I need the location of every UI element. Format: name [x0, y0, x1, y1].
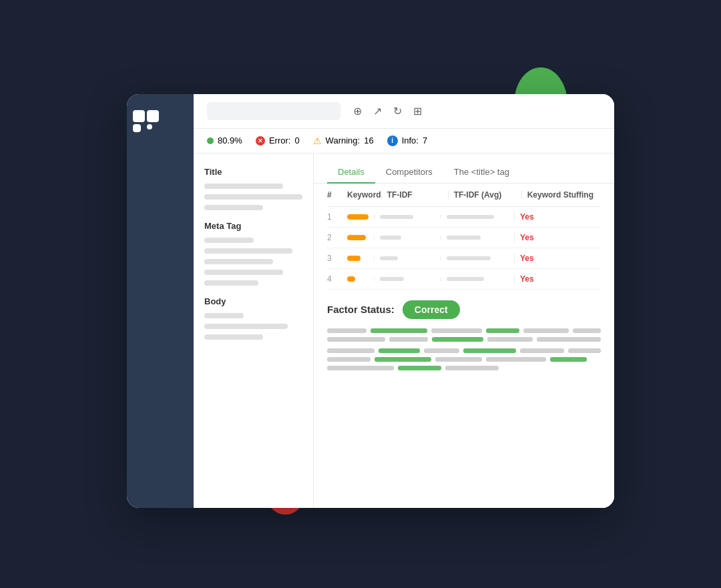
- score-dot: [207, 137, 214, 144]
- stuffing-badge-4: Yes: [520, 274, 534, 284]
- ft-gray-17: [445, 366, 499, 370]
- url-bar: /about ⊕ ↗ ↻ ⊞: [194, 94, 614, 129]
- keyword-bar-3: [347, 256, 360, 261]
- tfidf-bar-1: [380, 215, 413, 219]
- ft-gray-3: [523, 328, 569, 333]
- table-row: 4 Yes: [327, 269, 601, 290]
- body-skeleton-3: [204, 334, 263, 340]
- ft-gray-15: [486, 357, 546, 362]
- row-1-keyword: [347, 214, 374, 220]
- ft-green-6: [375, 357, 431, 362]
- score-status: 80.9%: [207, 135, 242, 145]
- warning-status: ⚠ Warning: 16: [313, 135, 374, 146]
- logo-icon: [133, 110, 188, 132]
- keyword-bar-2: [347, 235, 366, 240]
- ft-green-2: [486, 328, 520, 333]
- error-label: Error:: [269, 135, 291, 145]
- keyword-bar-4: [347, 276, 355, 282]
- row-3-num: 3: [327, 254, 347, 263]
- factor-text-block-2: [327, 348, 601, 370]
- url-actions: ⊕ ↗ ↻ ⊞: [351, 105, 423, 117]
- ft-gray-9: [327, 348, 375, 353]
- ft-green-8: [398, 366, 441, 370]
- factor-text-line: [327, 366, 601, 370]
- ft-green-3: [432, 337, 483, 342]
- logo-dot: [147, 124, 152, 129]
- url-input[interactable]: /about: [207, 102, 340, 120]
- warning-count: 16: [364, 135, 373, 145]
- title-skeleton-1: [204, 184, 283, 189]
- sidebar: [127, 94, 194, 508]
- stuffing-badge-1: Yes: [520, 212, 534, 222]
- factor-text-line: [327, 357, 601, 362]
- row-1-stuffing: Yes: [514, 212, 601, 222]
- tfidf-bar-4: [380, 277, 404, 281]
- factor-text-line: [327, 337, 601, 342]
- ft-green-7: [550, 357, 587, 362]
- row-4-stuffing: Yes: [514, 274, 601, 284]
- body-section-header: Body: [204, 296, 302, 306]
- ft-green-5: [463, 348, 517, 353]
- tabs-bar: Details Competitors The <title> tag: [314, 154, 614, 184]
- right-panel: Details Competitors The <title> tag # Ke…: [314, 154, 614, 508]
- meta-skeleton-5: [204, 280, 258, 286]
- col-keyword: Keyword: [347, 190, 381, 200]
- ft-gray-14: [435, 357, 482, 362]
- logo-square-1: [133, 110, 145, 122]
- row-1-num: 1: [327, 212, 347, 222]
- title-skeleton-3: [204, 205, 263, 210]
- refresh-icon[interactable]: ↻: [391, 105, 403, 117]
- factor-status-row: Factor Status: Correct: [327, 300, 601, 319]
- ft-green-4: [379, 348, 420, 353]
- tfidf-bar-2: [380, 236, 401, 240]
- data-table: # Keyword TF-IDF TF-IDF (Avg) Keyword St…: [314, 184, 614, 290]
- left-panel: Title Meta Tag Body: [194, 154, 314, 508]
- meta-skeleton-2: [204, 248, 292, 254]
- warning-label: Warning:: [326, 135, 360, 145]
- tab-competitors[interactable]: Competitors: [375, 162, 443, 184]
- ft-gray-7: [487, 337, 533, 342]
- logo-square-2: [147, 110, 159, 122]
- info-count: 7: [423, 135, 427, 145]
- row-3-stuffing: Yes: [514, 254, 601, 263]
- col-num: #: [327, 190, 347, 200]
- status-bar: 80.9% ✕ Error: 0 ⚠ Warning: 16 i Info: 7: [194, 129, 614, 154]
- tab-title-tag[interactable]: The <title> tag: [443, 162, 520, 184]
- tfidf-avg-bar-4: [447, 277, 484, 281]
- row-2-stuffing: Yes: [514, 233, 601, 242]
- ft-gray-8: [537, 337, 602, 342]
- correct-badge: Correct: [403, 300, 460, 319]
- title-section-header: Title: [204, 167, 302, 177]
- add-icon[interactable]: ⊕: [351, 105, 363, 117]
- ft-gray-2: [431, 328, 482, 333]
- row-3-tfidf: [374, 256, 441, 260]
- info-status: i Info: 7: [387, 135, 428, 146]
- meta-skeleton-1: [204, 238, 254, 243]
- ft-gray-11: [520, 348, 564, 353]
- ft-green-1: [371, 328, 427, 333]
- row-3-tfidf-avg: [441, 256, 514, 260]
- ft-gray-13: [327, 357, 371, 362]
- share-icon[interactable]: ↗: [371, 105, 383, 117]
- factor-text-line: [327, 328, 601, 333]
- tab-details[interactable]: Details: [327, 162, 375, 184]
- factor-section: Factor Status: Correct: [314, 290, 614, 388]
- tfidf-avg-bar-1: [447, 215, 494, 219]
- col-tfidf-avg: TF-IDF (Avg): [448, 190, 521, 200]
- ft-gray-10: [424, 348, 459, 353]
- row-4-num: 4: [327, 274, 347, 284]
- bookmark-icon[interactable]: ⊞: [411, 105, 423, 117]
- table-header: # Keyword TF-IDF TF-IDF (Avg) Keyword St…: [327, 184, 601, 207]
- ft-gray-4: [573, 328, 601, 333]
- factor-label: Factor Status:: [327, 304, 395, 315]
- ft-gray-1: [327, 328, 367, 333]
- row-2-tfidf-avg: [441, 236, 514, 240]
- table-row: 1 Yes: [327, 207, 601, 228]
- main-content: /about ⊕ ↗ ↻ ⊞ 80.9% ✕ Error: 0: [194, 94, 614, 508]
- stuffing-badge-2: Yes: [520, 233, 534, 242]
- row-2-tfidf: [374, 236, 441, 240]
- content-area: Title Meta Tag Body: [194, 154, 614, 508]
- table-row: 2 Yes: [327, 228, 601, 248]
- row-1-tfidf: [374, 215, 441, 219]
- row-3-keyword: [347, 256, 374, 261]
